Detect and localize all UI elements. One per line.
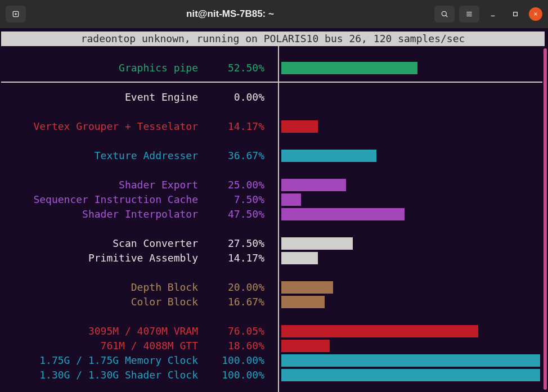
label-graphics-pipe: Graphics pipe	[0, 61, 204, 75]
bar-vertex-grouper	[281, 120, 318, 133]
content-area: Graphics pipe 52.50% Event Engine 0.00% …	[0, 46, 548, 392]
bar-shader-interpolator	[281, 208, 405, 220]
new-tab-button[interactable]	[6, 6, 26, 22]
pct-event-engine: 0.00%	[204, 90, 271, 105]
svg-line-4	[446, 15, 447, 17]
maximize-button[interactable]	[506, 6, 524, 22]
label-memory-clock: 1.75G / 1.75G Memory Clock	[0, 353, 204, 368]
label-scan-converter: Scan Converter	[0, 236, 204, 251]
label-primitive-assembly: Primitive Assembly	[0, 251, 204, 265]
pct-scan-converter: 27.50%	[204, 236, 271, 251]
status-header: radeontop unknown, running on POLARIS10 …	[1, 31, 545, 46]
bar-vram	[281, 325, 478, 337]
window-titlebar: nit@nit-MS-7B85: ~	[0, 0, 548, 28]
pct-color-block: 16.67%	[204, 295, 271, 309]
bar-scan-converter	[281, 237, 353, 250]
bar-seq-instr-cache	[281, 193, 301, 206]
window-title: nit@nit-MS-7B85: ~	[30, 8, 430, 20]
bar-texture-addresser	[281, 150, 376, 162]
menu-button[interactable]	[459, 6, 479, 22]
search-button[interactable]	[434, 6, 455, 22]
svg-rect-9	[514, 12, 518, 16]
label-vram: 3095M / 4070M VRAM	[0, 324, 204, 339]
bar-color-block	[281, 296, 325, 308]
close-button[interactable]	[529, 7, 542, 21]
pct-shader-interpolator: 47.50%	[204, 207, 271, 222]
bar-shader-clock	[281, 369, 540, 381]
label-depth-block: Depth Block	[0, 280, 204, 295]
terminal-area[interactable]: radeontop unknown, running on POLARIS10 …	[0, 28, 548, 392]
bar-graphics-pipe	[281, 62, 417, 74]
bar-depth-block	[281, 281, 333, 294]
pct-texture-addresser: 36.67%	[204, 148, 271, 163]
pct-vertex-grouper: 14.17%	[204, 119, 271, 134]
bar-primitive-assembly	[281, 252, 318, 264]
label-vertex-grouper: Vertex Grouper + Tesselator	[0, 119, 204, 134]
svg-point-3	[442, 11, 446, 16]
pct-graphics-pipe: 52.50%	[204, 61, 271, 75]
pct-vram: 76.05%	[204, 324, 271, 339]
pct-primitive-assembly: 14.17%	[204, 251, 271, 265]
pct-memory-clock: 100.00%	[204, 353, 271, 368]
label-gtt: 761M / 4088M GTT	[0, 339, 204, 353]
pct-seq-instr-cache: 7.50%	[204, 192, 271, 207]
bar-column	[281, 46, 540, 382]
bar-shader-export	[281, 179, 346, 191]
label-seq-instr-cache: Sequencer Instruction Cache	[0, 192, 204, 207]
pct-shader-clock: 100.00%	[204, 368, 271, 382]
bar-memory-clock	[281, 354, 540, 367]
pct-shader-export: 25.00%	[204, 178, 271, 192]
label-color-block: Color Block	[0, 295, 204, 309]
label-texture-addresser: Texture Addresser	[0, 148, 204, 163]
label-shader-export: Shader Export	[0, 178, 204, 192]
label-shader-interpolator: Shader Interpolator	[0, 207, 204, 222]
pct-gtt: 18.60%	[204, 339, 271, 353]
label-shader-clock: 1.30G / 1.30G Shader Clock	[0, 368, 204, 382]
label-event-engine: Event Engine	[0, 90, 204, 105]
bar-gtt	[281, 340, 330, 352]
pct-depth-block: 20.00%	[204, 280, 271, 295]
minimize-button[interactable]	[484, 6, 502, 22]
